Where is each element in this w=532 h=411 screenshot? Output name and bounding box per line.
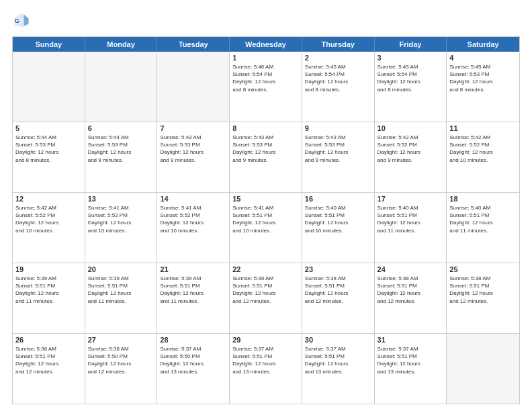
empty-cell bbox=[13, 52, 85, 122]
day-info: Sunrise: 5:37 AM Sunset: 5:50 PM Dayligh… bbox=[160, 345, 226, 375]
day-info: Sunrise: 5:39 AM Sunset: 5:51 PM Dayligh… bbox=[160, 275, 226, 305]
svg-text:G: G bbox=[15, 17, 19, 24]
day-info: Sunrise: 5:38 AM Sunset: 5:50 PM Dayligh… bbox=[88, 345, 154, 375]
day-cell-19: 19Sunrise: 5:39 AM Sunset: 5:51 PM Dayli… bbox=[13, 263, 85, 333]
day-number: 28 bbox=[160, 336, 226, 344]
day-header-friday: Friday bbox=[375, 37, 447, 52]
calendar-body: 1Sunrise: 5:46 AM Sunset: 5:54 PM Daylig… bbox=[13, 52, 519, 404]
day-number: 17 bbox=[378, 195, 444, 203]
day-info: Sunrise: 5:44 AM Sunset: 5:53 PM Dayligh… bbox=[15, 134, 82, 164]
day-number: 10 bbox=[378, 124, 444, 132]
page: G SundayMondayTuesdayWednesdayThursdayFr… bbox=[0, 0, 532, 411]
day-header-tuesday: Tuesday bbox=[157, 37, 230, 52]
day-cell-22: 22Sunrise: 5:39 AM Sunset: 5:51 PM Dayli… bbox=[230, 263, 302, 333]
day-info: Sunrise: 5:38 AM Sunset: 5:51 PM Dayligh… bbox=[449, 275, 517, 305]
day-number: 2 bbox=[305, 54, 371, 62]
day-info: Sunrise: 5:42 AM Sunset: 5:52 PM Dayligh… bbox=[378, 134, 444, 164]
day-cell-26: 26Sunrise: 5:38 AM Sunset: 5:51 PM Dayli… bbox=[13, 334, 85, 404]
day-number: 7 bbox=[160, 124, 226, 132]
day-info: Sunrise: 5:37 AM Sunset: 5:51 PM Dayligh… bbox=[378, 345, 444, 375]
day-number: 25 bbox=[449, 265, 517, 273]
day-cell-16: 16Sunrise: 5:40 AM Sunset: 5:51 PM Dayli… bbox=[302, 193, 375, 263]
day-cell-21: 21Sunrise: 5:39 AM Sunset: 5:51 PM Dayli… bbox=[157, 263, 230, 333]
week-row-2: 5Sunrise: 5:44 AM Sunset: 5:53 PM Daylig… bbox=[13, 122, 519, 192]
day-cell-4: 4Sunrise: 5:45 AM Sunset: 5:53 PM Daylig… bbox=[447, 52, 519, 122]
day-info: Sunrise: 5:41 AM Sunset: 5:51 PM Dayligh… bbox=[232, 204, 299, 234]
day-number: 14 bbox=[160, 195, 226, 203]
day-cell-18: 18Sunrise: 5:40 AM Sunset: 5:51 PM Dayli… bbox=[447, 193, 519, 263]
day-cell-10: 10Sunrise: 5:42 AM Sunset: 5:52 PM Dayli… bbox=[375, 122, 447, 192]
day-info: Sunrise: 5:39 AM Sunset: 5:51 PM Dayligh… bbox=[15, 275, 82, 305]
day-cell-29: 29Sunrise: 5:37 AM Sunset: 5:51 PM Dayli… bbox=[230, 334, 302, 404]
day-cell-23: 23Sunrise: 5:38 AM Sunset: 5:51 PM Dayli… bbox=[302, 263, 375, 333]
day-number: 13 bbox=[88, 195, 154, 203]
day-info: Sunrise: 5:41 AM Sunset: 5:52 PM Dayligh… bbox=[160, 204, 226, 234]
day-cell-30: 30Sunrise: 5:37 AM Sunset: 5:51 PM Dayli… bbox=[302, 334, 375, 404]
day-info: Sunrise: 5:43 AM Sunset: 5:53 PM Dayligh… bbox=[160, 134, 226, 164]
day-number: 12 bbox=[15, 195, 82, 203]
day-number: 3 bbox=[378, 54, 444, 62]
day-number: 15 bbox=[232, 195, 299, 203]
day-info: Sunrise: 5:41 AM Sunset: 5:52 PM Dayligh… bbox=[88, 204, 154, 234]
day-number: 26 bbox=[15, 336, 82, 344]
day-cell-17: 17Sunrise: 5:40 AM Sunset: 5:51 PM Dayli… bbox=[375, 193, 447, 263]
day-info: Sunrise: 5:43 AM Sunset: 5:53 PM Dayligh… bbox=[232, 134, 299, 164]
day-number: 16 bbox=[305, 195, 371, 203]
week-row-1: 1Sunrise: 5:46 AM Sunset: 5:54 PM Daylig… bbox=[13, 52, 519, 122]
empty-cell bbox=[447, 334, 519, 404]
day-number: 11 bbox=[449, 124, 517, 132]
day-number: 29 bbox=[232, 336, 299, 344]
day-number: 4 bbox=[449, 54, 517, 62]
day-info: Sunrise: 5:40 AM Sunset: 5:51 PM Dayligh… bbox=[449, 204, 517, 234]
day-cell-25: 25Sunrise: 5:38 AM Sunset: 5:51 PM Dayli… bbox=[447, 263, 519, 333]
day-cell-8: 8Sunrise: 5:43 AM Sunset: 5:53 PM Daylig… bbox=[230, 122, 302, 192]
day-number: 21 bbox=[160, 265, 226, 273]
empty-cell bbox=[157, 52, 230, 122]
day-cell-6: 6Sunrise: 5:44 AM Sunset: 5:53 PM Daylig… bbox=[85, 122, 158, 192]
day-number: 20 bbox=[88, 265, 154, 273]
day-info: Sunrise: 5:38 AM Sunset: 5:51 PM Dayligh… bbox=[305, 275, 371, 305]
day-header-monday: Monday bbox=[85, 37, 158, 52]
logo-icon: G bbox=[12, 11, 31, 30]
day-cell-2: 2Sunrise: 5:45 AM Sunset: 5:54 PM Daylig… bbox=[302, 52, 375, 122]
day-cell-9: 9Sunrise: 5:43 AM Sunset: 5:53 PM Daylig… bbox=[302, 122, 375, 192]
day-number: 9 bbox=[305, 124, 371, 132]
calendar: SundayMondayTuesdayWednesdayThursdayFrid… bbox=[12, 36, 520, 404]
day-number: 27 bbox=[88, 336, 154, 344]
day-info: Sunrise: 5:42 AM Sunset: 5:52 PM Dayligh… bbox=[449, 134, 517, 164]
day-number: 31 bbox=[378, 336, 444, 344]
day-info: Sunrise: 5:45 AM Sunset: 5:53 PM Dayligh… bbox=[449, 63, 517, 93]
week-row-3: 12Sunrise: 5:42 AM Sunset: 5:52 PM Dayli… bbox=[13, 192, 519, 263]
day-info: Sunrise: 5:45 AM Sunset: 5:54 PM Dayligh… bbox=[378, 63, 444, 93]
day-cell-14: 14Sunrise: 5:41 AM Sunset: 5:52 PM Dayli… bbox=[157, 193, 230, 263]
day-cell-24: 24Sunrise: 5:38 AM Sunset: 5:51 PM Dayli… bbox=[375, 263, 447, 333]
day-info: Sunrise: 5:43 AM Sunset: 5:53 PM Dayligh… bbox=[305, 134, 371, 164]
day-info: Sunrise: 5:44 AM Sunset: 5:53 PM Dayligh… bbox=[88, 134, 154, 164]
day-cell-1: 1Sunrise: 5:46 AM Sunset: 5:54 PM Daylig… bbox=[230, 52, 302, 122]
day-cell-7: 7Sunrise: 5:43 AM Sunset: 5:53 PM Daylig… bbox=[157, 122, 230, 192]
day-number: 22 bbox=[232, 265, 299, 273]
day-number: 5 bbox=[15, 124, 82, 132]
logo: G bbox=[12, 11, 34, 30]
day-cell-27: 27Sunrise: 5:38 AM Sunset: 5:50 PM Dayli… bbox=[85, 334, 158, 404]
day-header-thursday: Thursday bbox=[302, 37, 375, 52]
day-cell-20: 20Sunrise: 5:39 AM Sunset: 5:51 PM Dayli… bbox=[85, 263, 158, 333]
day-number: 6 bbox=[88, 124, 154, 132]
day-info: Sunrise: 5:37 AM Sunset: 5:51 PM Dayligh… bbox=[305, 345, 371, 375]
week-row-4: 19Sunrise: 5:39 AM Sunset: 5:51 PM Dayli… bbox=[13, 263, 519, 333]
day-cell-31: 31Sunrise: 5:37 AM Sunset: 5:51 PM Dayli… bbox=[375, 334, 447, 404]
day-number: 1 bbox=[232, 54, 299, 62]
day-cell-3: 3Sunrise: 5:45 AM Sunset: 5:54 PM Daylig… bbox=[375, 52, 447, 122]
day-cell-15: 15Sunrise: 5:41 AM Sunset: 5:51 PM Dayli… bbox=[230, 193, 302, 263]
day-info: Sunrise: 5:40 AM Sunset: 5:51 PM Dayligh… bbox=[378, 204, 444, 234]
day-number: 30 bbox=[305, 336, 371, 344]
day-info: Sunrise: 5:42 AM Sunset: 5:52 PM Dayligh… bbox=[15, 204, 82, 234]
day-number: 8 bbox=[232, 124, 299, 132]
week-row-5: 26Sunrise: 5:38 AM Sunset: 5:51 PM Dayli… bbox=[13, 333, 519, 404]
day-info: Sunrise: 5:40 AM Sunset: 5:51 PM Dayligh… bbox=[305, 204, 371, 234]
day-cell-5: 5Sunrise: 5:44 AM Sunset: 5:53 PM Daylig… bbox=[13, 122, 85, 192]
day-number: 24 bbox=[378, 265, 444, 273]
day-info: Sunrise: 5:45 AM Sunset: 5:54 PM Dayligh… bbox=[305, 63, 371, 93]
day-header-sunday: Sunday bbox=[13, 37, 85, 52]
day-number: 19 bbox=[15, 265, 82, 273]
